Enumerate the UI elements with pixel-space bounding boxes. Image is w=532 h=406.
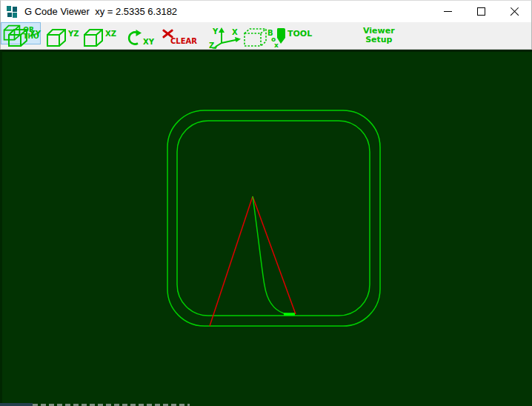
maximize-icon — [477, 7, 485, 16]
view-xy-button[interactable]: XY — [7, 29, 41, 48]
titlebar[interactable]: G Code Viewer xy = 2.5335 6.3182 — [0, 0, 532, 22]
toolpath-plot — [0, 50, 532, 406]
window-title: G Code Viewer xy = 2.5335 6.3182 — [24, 6, 177, 17]
tool-label: TOOL — [287, 29, 312, 39]
box-button[interactable]: B o x — [243, 27, 279, 49]
toolbar: XY YZ XZ XY CLEAR — [0, 22, 532, 50]
axes-y-label: Y — [212, 27, 219, 36]
minimize-button[interactable] — [431, 1, 465, 22]
clipped-corner-fragment — [0, 403, 33, 406]
viewer-setup-button[interactable]: Viewer Setup — [363, 27, 395, 44]
rotate-xy-label: XY — [143, 38, 154, 46]
cube-xy-icon — [7, 29, 29, 48]
view-xz-label: XZ — [105, 30, 116, 38]
app-icon — [6, 6, 18, 18]
cube-yz-icon — [45, 29, 67, 48]
axes-icon: Y X Z — [209, 27, 243, 49]
view-xy-label: XY — [30, 30, 41, 38]
axes-z-label: Z — [209, 41, 214, 49]
tool-button[interactable]: TOOL — [276, 28, 312, 44]
view-yz-button[interactable]: YZ — [45, 29, 79, 48]
rotate-xy-button[interactable]: XY — [125, 29, 154, 47]
rapid-move-right — [253, 196, 296, 314]
gcode-canvas[interactable] — [0, 50, 532, 406]
gcode-viewer-window: G Code Viewer xy = 2.5335 6.3182 XY — [0, 0, 532, 406]
maximize-button[interactable] — [465, 1, 498, 22]
axes-button[interactable]: Y X Z — [209, 27, 243, 49]
feed-path-curve — [253, 196, 289, 314]
viewer-setup-line2: Setup — [365, 35, 392, 44]
outer-profile-path — [167, 110, 380, 326]
minimize-icon — [444, 11, 452, 12]
caption-buttons — [431, 1, 531, 22]
close-icon — [510, 7, 519, 16]
inner-profile-path — [177, 121, 370, 316]
view-yz-label: YZ — [68, 30, 79, 38]
tool-icon — [276, 28, 286, 44]
rotate-icon — [125, 29, 142, 47]
box-icon: B o x — [243, 27, 279, 49]
view-xz-button[interactable]: XZ — [82, 29, 116, 48]
close-button[interactable] — [498, 1, 531, 22]
clear-label: CLEAR — [170, 37, 197, 45]
clear-button[interactable]: CLEAR — [162, 27, 198, 47]
rapid-move-left — [210, 196, 253, 326]
axes-x-label: X — [232, 28, 238, 36]
cube-xz-icon — [82, 29, 104, 48]
